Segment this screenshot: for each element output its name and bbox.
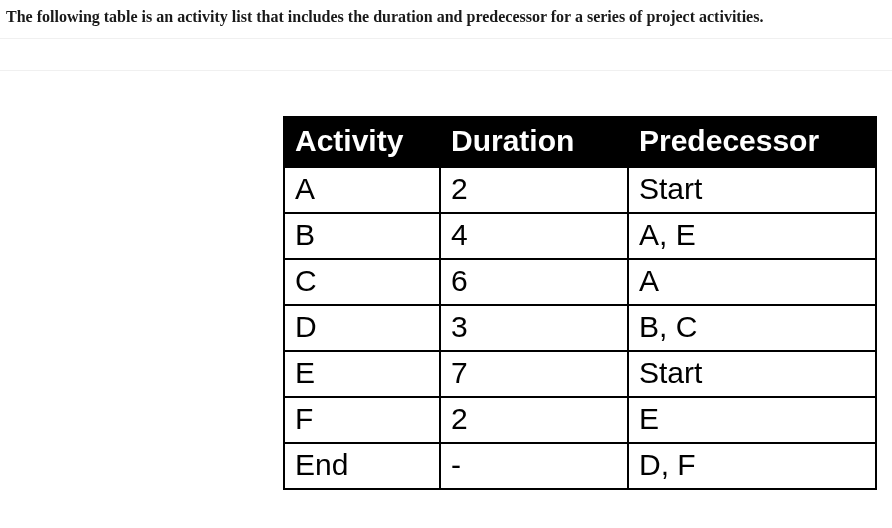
cell-predecessor: D, F — [628, 443, 876, 489]
cell-duration: 4 — [440, 213, 628, 259]
viewport-cutoff — [0, 516, 892, 528]
activity-table: Activity Duration Predecessor A 2 Start … — [283, 116, 877, 490]
cell-predecessor: Start — [628, 167, 876, 213]
table-row: A 2 Start — [284, 167, 876, 213]
table-row: C 6 A — [284, 259, 876, 305]
separator-line — [0, 38, 892, 39]
cell-duration: 7 — [440, 351, 628, 397]
cell-duration: 6 — [440, 259, 628, 305]
header-duration: Duration — [440, 117, 628, 167]
table-row: F 2 E — [284, 397, 876, 443]
table-header-row: Activity Duration Predecessor — [284, 117, 876, 167]
table-row: End - D, F — [284, 443, 876, 489]
cell-activity: D — [284, 305, 440, 351]
cell-predecessor: Start — [628, 351, 876, 397]
cell-duration: 2 — [440, 167, 628, 213]
cell-predecessor: A — [628, 259, 876, 305]
table-row: B 4 A, E — [284, 213, 876, 259]
table-row: D 3 B, C — [284, 305, 876, 351]
table-row: E 7 Start — [284, 351, 876, 397]
cell-activity: F — [284, 397, 440, 443]
header-activity: Activity — [284, 117, 440, 167]
cell-activity: C — [284, 259, 440, 305]
cell-predecessor: B, C — [628, 305, 876, 351]
cell-predecessor: A, E — [628, 213, 876, 259]
separator-line — [0, 70, 892, 71]
cell-duration: 3 — [440, 305, 628, 351]
header-predecessor: Predecessor — [628, 117, 876, 167]
cell-activity: A — [284, 167, 440, 213]
cell-predecessor: E — [628, 397, 876, 443]
cell-activity: E — [284, 351, 440, 397]
cell-activity: End — [284, 443, 440, 489]
cell-duration: 2 — [440, 397, 628, 443]
intro-text: The following table is an activity list … — [0, 0, 892, 30]
cell-activity: B — [284, 213, 440, 259]
activity-table-container: Activity Duration Predecessor A 2 Start … — [283, 116, 877, 490]
cell-duration: - — [440, 443, 628, 489]
